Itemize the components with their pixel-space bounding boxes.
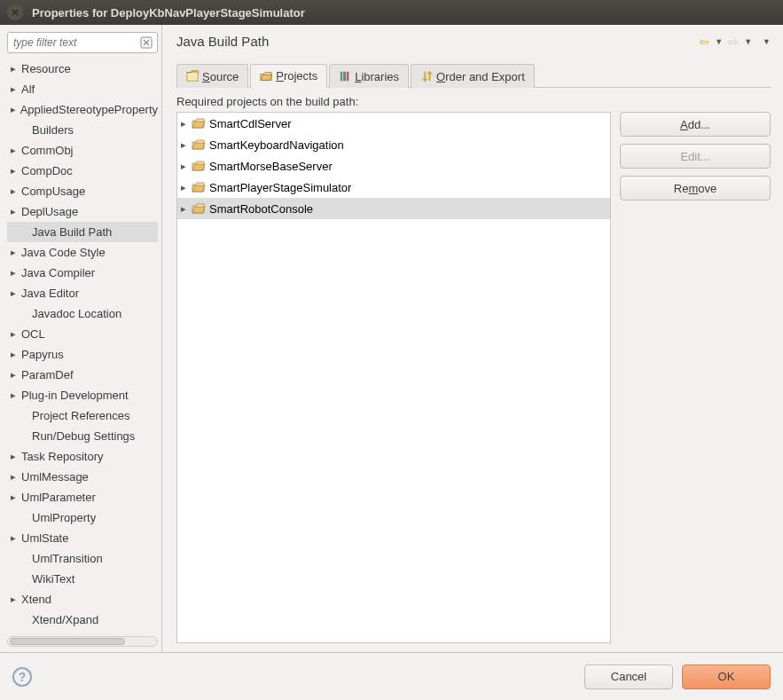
sidebar-item[interactable]: Javadoc Location [7, 303, 158, 324]
sidebar-item[interactable]: ▸Java Code Style [7, 242, 158, 263]
project-item[interactable]: ▸SmartCdlServer [177, 113, 610, 134]
expand-arrow-icon: ▸ [181, 203, 192, 215]
sidebar-item[interactable]: Project References [7, 405, 158, 426]
projects-list[interactable]: ▸SmartCdlServer▸SmartKeyboardNavigation▸… [176, 112, 611, 643]
tab-source[interactable]: Source [176, 64, 248, 88]
svg-rect-2 [341, 72, 343, 82]
expand-arrow-icon: ▸ [11, 369, 21, 381]
projects-tab-icon [260, 70, 272, 83]
project-label: SmartCdlServer [209, 117, 291, 130]
project-item[interactable]: ▸SmartMorseBaseServer [177, 155, 610, 177]
sidebar-item-label: Javadoc Location [32, 307, 121, 320]
tab-label: Order and Export [436, 70, 525, 83]
forward-dropdown-icon[interactable]: ▼ [744, 37, 752, 46]
tab-projects[interactable]: Projects [250, 64, 327, 88]
help-icon[interactable]: ? [12, 667, 32, 687]
expand-arrow-icon: ▸ [11, 63, 21, 75]
sidebar-item[interactable]: ▸Resource [7, 59, 158, 79]
folder-open-icon [192, 202, 206, 215]
sidebar-item-label: Xtend [21, 593, 51, 606]
sidebar-item[interactable]: ▸CompUsage [7, 181, 158, 201]
horizontal-scrollbar[interactable] [7, 636, 158, 647]
expand-arrow-icon: ▸ [11, 104, 20, 115]
sidebar-item[interactable]: ▸Papyrus [7, 344, 158, 365]
sidebar-item[interactable]: ▸UmlMessage [7, 467, 158, 487]
sidebar-item-label: WikiText [32, 572, 74, 586]
category-tree[interactable]: ▸Resource▸Alf▸AppliedStereotypePropertyB… [7, 59, 158, 633]
tab-libraries[interactable]: Libraries [329, 64, 409, 88]
sidebar-item-label: UmlMessage [21, 470, 89, 484]
filter-input[interactable] [7, 32, 158, 53]
edit-button[interactable]: Edit... [620, 144, 771, 169]
folder-open-icon [192, 138, 206, 151]
source-tab-icon [186, 70, 199, 83]
expand-arrow-icon: ▸ [11, 451, 21, 462]
back-icon[interactable]: ⇦ [699, 35, 709, 49]
expand-arrow-icon: ▸ [181, 161, 192, 172]
close-icon[interactable] [7, 4, 23, 20]
expand-arrow-icon: ▸ [11, 532, 21, 544]
sidebar: ▸Resource▸Alf▸AppliedStereotypePropertyB… [0, 25, 162, 652]
sidebar-item[interactable]: WikiText [7, 569, 158, 589]
project-label: SmartKeyboardNavigation [209, 138, 344, 152]
add-button[interactable]: Add... [620, 112, 771, 137]
sidebar-item[interactable]: ▸CompDoc [7, 161, 158, 181]
libraries-tab-icon [339, 70, 351, 83]
sidebar-item-label: Java Build Path [32, 225, 112, 239]
expand-arrow-icon: ▸ [11, 492, 21, 503]
remove-button[interactable]: Remove [620, 176, 771, 201]
sidebar-item[interactable]: UmlProperty [7, 507, 158, 528]
sidebar-item-label: DeplUsage [21, 205, 78, 218]
sidebar-item[interactable]: Xtend/Xpand [7, 610, 158, 630]
svg-rect-3 [343, 72, 346, 82]
expand-arrow-icon: ▸ [11, 328, 21, 340]
sidebar-item-label: UmlState [21, 531, 68, 545]
required-label: Required projects on the build path: [176, 95, 771, 108]
sidebar-item[interactable]: ▸Plug-in Development [7, 385, 158, 405]
expand-arrow-icon: ▸ [11, 349, 21, 360]
folder-open-icon [192, 160, 206, 172]
sidebar-item-label: Project References [32, 409, 130, 422]
menu-dropdown-icon[interactable]: ▼ [763, 37, 771, 46]
svg-rect-1 [187, 73, 198, 82]
forward-icon[interactable]: ⇨ [728, 35, 739, 49]
folder-open-icon [192, 117, 206, 130]
cancel-button[interactable]: Cancel [584, 665, 673, 689]
sidebar-item-label: UmlProperty [32, 511, 96, 524]
tab-order[interactable]: Order and Export [411, 64, 535, 88]
expand-arrow-icon: ▸ [11, 247, 21, 258]
sidebar-item[interactable]: ▸AppliedStereotypeProperty [7, 99, 158, 120]
clear-filter-icon[interactable] [139, 35, 153, 50]
sidebar-item[interactable]: ▸Alf [7, 79, 158, 99]
sidebar-item[interactable]: Run/Debug Settings [7, 426, 158, 446]
sidebar-item[interactable]: ▸UmlParameter [7, 487, 158, 507]
sidebar-item[interactable]: UmlTransition [7, 548, 158, 569]
project-item[interactable]: ▸SmartKeyboardNavigation [177, 134, 610, 155]
title-bar: Properties for DeployKbNavPlayerStageSim… [0, 0, 783, 25]
sidebar-item[interactable]: Builders [7, 120, 158, 140]
expand-arrow-icon: ▸ [11, 83, 21, 95]
sidebar-item-label: Run/Debug Settings [32, 429, 135, 443]
expand-arrow-icon: ▸ [11, 185, 21, 197]
sidebar-item[interactable]: ▸Xtend [7, 589, 158, 610]
sidebar-item-label: CompDoc [21, 164, 73, 177]
sidebar-item-label: Java Editor [21, 287, 79, 300]
project-item[interactable]: ▸SmartPlayerStageSimulator [177, 177, 610, 198]
sidebar-item[interactable]: ▸UmlState [7, 528, 158, 548]
sidebar-item[interactable]: ▸Java Editor [7, 283, 158, 303]
back-dropdown-icon[interactable]: ▼ [715, 37, 723, 46]
expand-arrow-icon: ▸ [11, 267, 21, 279]
sidebar-item[interactable]: ▸CommObj [7, 140, 158, 161]
expand-arrow-icon: ▸ [11, 145, 21, 156]
sidebar-item[interactable]: ▸OCL [7, 324, 158, 344]
ok-button[interactable]: OK [682, 665, 771, 689]
sidebar-item[interactable]: Java Build Path [7, 222, 158, 242]
sidebar-item[interactable]: ▸Task Repository [7, 446, 158, 467]
page-title: Java Build Path [176, 34, 269, 49]
project-item[interactable]: ▸SmartRobotConsole [177, 198, 610, 219]
sidebar-item[interactable]: ▸Java Compiler [7, 263, 158, 283]
sidebar-item-label: CompUsage [21, 185, 85, 198]
sidebar-item[interactable]: ▸ParamDef [7, 365, 158, 385]
sidebar-item-label: Java Code Style [21, 246, 106, 259]
sidebar-item[interactable]: ▸DeplUsage [7, 201, 158, 222]
